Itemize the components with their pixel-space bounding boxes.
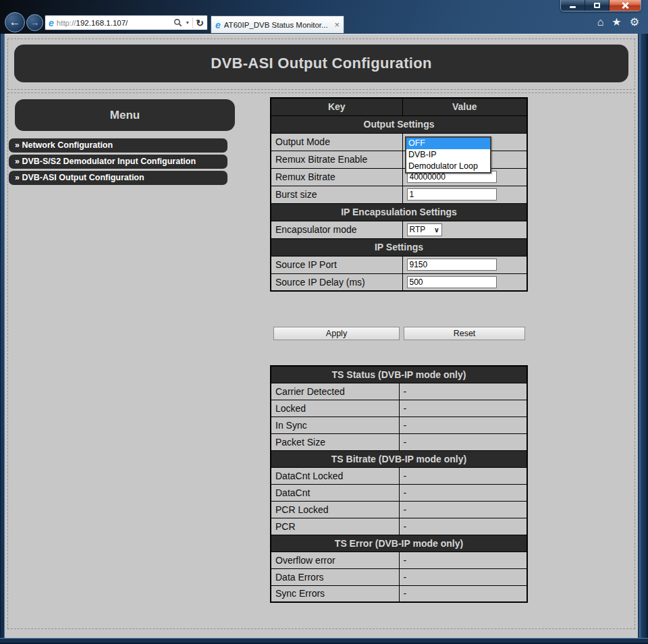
forward-button[interactable]: → bbox=[26, 14, 43, 31]
table-row: PCR Locked - bbox=[271, 501, 527, 518]
toolbar-icons: ⌂ ★ ⚙ bbox=[597, 17, 639, 28]
section-header-output-settings: Output Settings bbox=[271, 115, 527, 133]
table-row: IP Encapsulation Settings bbox=[271, 203, 527, 221]
table-row: Output Settings bbox=[271, 115, 527, 133]
section-header-ip-encapsulation-settings: IP Encapsulation Settings bbox=[271, 203, 527, 221]
url-host: 192.168.1.107/ bbox=[76, 19, 128, 27]
tab-favicon-icon: e bbox=[215, 20, 221, 30]
column-header-key: Key bbox=[271, 98, 402, 115]
chevron-down-icon: ∨ bbox=[434, 226, 439, 234]
table-row: Burst size bbox=[271, 186, 527, 203]
url-text[interactable]: http://192.168.1.107/ bbox=[57, 19, 171, 27]
datacnt-value: - bbox=[399, 484, 527, 501]
source-ip-port-input[interactable] bbox=[407, 259, 497, 271]
table-row: Packet Size - bbox=[271, 433, 527, 450]
locked-value: - bbox=[399, 400, 527, 417]
browser-window: ← → e http://192.168.1.107/ ▼ ↻ e AT60IP… bbox=[0, 0, 648, 644]
table-row: Source IP Port bbox=[271, 256, 527, 273]
table-row: IP Settings bbox=[271, 238, 527, 256]
encapsulator-mode-selected-value: RTP bbox=[410, 225, 426, 234]
page-title: DVB-ASI Output Configuration bbox=[14, 45, 628, 82]
pcr-value: - bbox=[399, 518, 527, 535]
back-button[interactable]: ← bbox=[5, 12, 25, 32]
tab-title: AT60IP_DVB Status Monitor... bbox=[224, 21, 331, 29]
table-row: Locked - bbox=[271, 400, 527, 417]
table-row: In Sync - bbox=[271, 417, 527, 433]
maximize-button[interactable] bbox=[585, 0, 610, 11]
table-row: TS Status (DVB-IP mode only) bbox=[271, 366, 527, 383]
data-errors-label: Data Errors bbox=[271, 568, 399, 585]
table-row: Sync Errors - bbox=[271, 585, 527, 602]
minimize-icon bbox=[570, 6, 576, 8]
close-icon bbox=[622, 2, 628, 9]
menu-header: Menu bbox=[15, 99, 235, 131]
sync-errors-value: - bbox=[399, 585, 527, 602]
column-header-value: Value bbox=[402, 98, 527, 115]
table-row: Carrier Detected - bbox=[271, 383, 527, 400]
table-row: TS Error (DVB-IP mode only) bbox=[271, 535, 527, 552]
encapsulator-mode-label: Encapsulator mode bbox=[271, 221, 402, 238]
section-header-ts-bitrate: TS Bitrate (DVB-IP mode only) bbox=[271, 450, 527, 467]
section-header-ip-settings: IP Settings bbox=[271, 238, 527, 256]
dropdown-option-off[interactable]: OFF bbox=[406, 138, 490, 149]
sidebar-item-network-configuration[interactable]: » Network Configuration bbox=[9, 138, 227, 153]
body-section: Menu » Network Configuration » DVB-S/S2 … bbox=[7, 92, 635, 629]
dropdown-option-dvb-ip[interactable]: DVB-IP bbox=[406, 149, 490, 161]
table-row: TS Bitrate (DVB-IP mode only) bbox=[271, 450, 527, 467]
sidebar-item-dvb-s-s2-demodulator-input-configuration[interactable]: » DVB-S/S2 Demodulator Input Configurati… bbox=[9, 155, 227, 169]
reset-button[interactable]: Reset bbox=[404, 327, 525, 340]
url-scheme: http:// bbox=[57, 19, 76, 27]
address-bar[interactable]: e http://192.168.1.107/ ▼ ↻ bbox=[45, 15, 208, 30]
source-ip-delay-label: Source IP Delay (ms) bbox=[271, 273, 402, 291]
window-border-right bbox=[638, 34, 648, 638]
overflow-error-label: Overflow error bbox=[271, 552, 399, 568]
data-errors-value: - bbox=[399, 568, 527, 585]
search-options-caret-icon[interactable]: ▼ bbox=[185, 20, 190, 25]
table-row: DataCnt - bbox=[271, 484, 527, 501]
section-header-ts-status: TS Status (DVB-IP mode only) bbox=[271, 366, 527, 383]
window-border-left bbox=[0, 34, 5, 638]
burst-size-label: Burst size bbox=[271, 186, 402, 203]
apply-button[interactable]: Apply bbox=[273, 327, 400, 340]
table-row: Key Value bbox=[271, 98, 527, 115]
output-mode-dropdown-list: OFF DVB-IP Demodulator Loop bbox=[405, 136, 491, 173]
source-ip-delay-input[interactable] bbox=[407, 276, 497, 288]
table-row: Encapsulator mode RTP ∨ bbox=[271, 221, 527, 238]
ie-logo-icon: e bbox=[49, 18, 54, 28]
sidebar-item-dvb-asi-output-configuration[interactable]: » DVB-ASI Output Configuration bbox=[9, 171, 227, 185]
browser-titlebar: ← → e http://192.168.1.107/ ▼ ↻ e AT60IP… bbox=[0, 0, 648, 34]
in-sync-value: - bbox=[399, 417, 527, 433]
tab-close-icon[interactable]: × bbox=[334, 20, 340, 29]
status-table: TS Status (DVB-IP mode only) Carrier Det… bbox=[270, 365, 528, 603]
remux-bitrate-label: Remux Bitrate bbox=[271, 168, 402, 186]
dropdown-option-demodulator-loop[interactable]: Demodulator Loop bbox=[406, 161, 490, 172]
settings-gear-icon[interactable]: ⚙ bbox=[630, 17, 639, 28]
home-icon[interactable]: ⌂ bbox=[597, 17, 604, 28]
refresh-icon[interactable]: ↻ bbox=[196, 18, 204, 28]
burst-size-input[interactable] bbox=[407, 188, 497, 200]
datacnt-locked-label: DataCnt Locked bbox=[271, 467, 399, 484]
page-content: DVB-ASI Output Configuration Menu » Netw… bbox=[5, 34, 638, 638]
search-icon[interactable] bbox=[173, 18, 182, 27]
source-ip-port-label: Source IP Port bbox=[271, 256, 402, 273]
pcr-label: PCR bbox=[271, 518, 399, 535]
window-controls bbox=[560, 0, 641, 11]
favorites-star-icon[interactable]: ★ bbox=[612, 17, 621, 28]
overflow-error-value: - bbox=[399, 552, 527, 568]
locked-label: Locked bbox=[271, 400, 399, 417]
minimize-button[interactable] bbox=[561, 0, 585, 11]
table-row: Data Errors - bbox=[271, 568, 527, 585]
sync-errors-label: Sync Errors bbox=[271, 585, 399, 602]
maximize-icon bbox=[594, 3, 600, 8]
datacnt-label: DataCnt bbox=[271, 484, 399, 501]
in-sync-label: In Sync bbox=[271, 417, 399, 433]
table-row: Overflow error - bbox=[271, 552, 527, 568]
encapsulator-mode-select[interactable]: RTP ∨ bbox=[407, 223, 442, 236]
packet-size-value: - bbox=[399, 433, 527, 450]
header-section: DVB-ASI Output Configuration bbox=[7, 38, 635, 90]
window-border-bottom bbox=[0, 638, 648, 644]
close-button[interactable] bbox=[610, 0, 641, 11]
datacnt-locked-value: - bbox=[399, 467, 527, 484]
browser-tab[interactable]: e AT60IP_DVB Status Monitor... × bbox=[211, 16, 344, 33]
pcr-locked-label: PCR Locked bbox=[271, 501, 399, 518]
